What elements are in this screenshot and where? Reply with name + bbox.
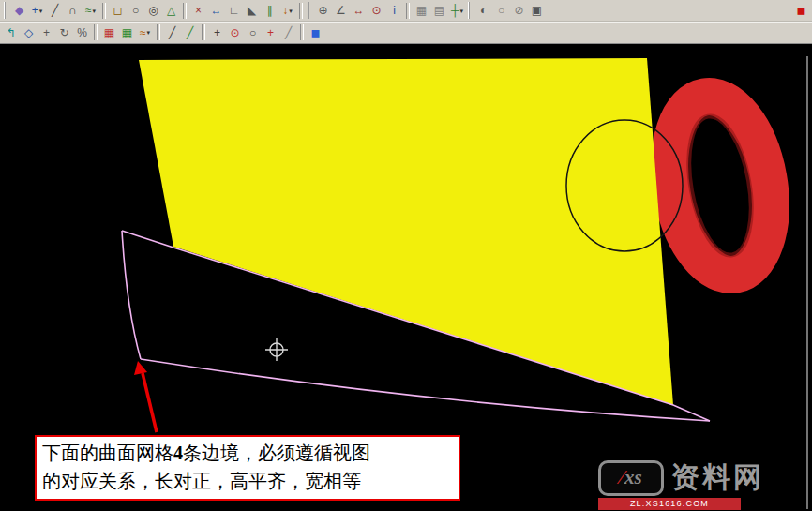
- stop-icon[interactable]: ◼: [792, 2, 810, 20]
- curvature-comb-icon: ≈: [140, 27, 146, 38]
- surface-mesh-green-icon[interactable]: ▦: [118, 23, 136, 41]
- back-icon: ↰: [6, 27, 15, 38]
- line-tool-icon[interactable]: ╱: [163, 23, 181, 41]
- grid-icon: ▦: [416, 5, 427, 16]
- chamfer-icon[interactable]: ◣: [243, 2, 261, 20]
- solid-cube-icon: ◼: [311, 27, 321, 38]
- circle-point-icon[interactable]: ⊙: [226, 23, 244, 41]
- project-curve-icon: ↓: [282, 5, 288, 16]
- point-create-icon[interactable]: +: [262, 23, 279, 41]
- toolbar-separator: [299, 3, 303, 19]
- info-icon: i: [393, 5, 396, 16]
- dropdown-arrow-icon[interactable]: ▾: [147, 29, 151, 36]
- trim-icon[interactable]: ×: [189, 2, 207, 20]
- toolbar-drag-handle[interactable]: [468, 2, 471, 19]
- pan-icon[interactable]: +: [38, 23, 55, 41]
- line-snap-icon[interactable]: ╱: [181, 23, 199, 41]
- dropdown-arrow-icon[interactable]: ▾: [460, 8, 464, 14]
- dropdown-arrow-icon[interactable]: ▾: [289, 8, 293, 14]
- wireframe-view-icon[interactable]: ○: [492, 2, 510, 20]
- circle-icon: ○: [132, 5, 139, 16]
- project-curve-icon[interactable]: ↓▾: [278, 2, 296, 20]
- spline-icon[interactable]: ≈▾: [82, 2, 99, 20]
- face-analysis-icon[interactable]: ▣: [528, 2, 546, 20]
- polygon-icon[interactable]: △: [162, 2, 180, 20]
- pan-icon: +: [43, 27, 50, 38]
- distance-icon[interactable]: ↔: [350, 2, 368, 20]
- surface-mesh-red-icon[interactable]: ▦: [100, 23, 118, 41]
- fillet-icon[interactable]: ∟: [225, 2, 243, 20]
- boundary-top-left-segment[interactable]: [122, 231, 173, 248]
- angle-icon: ∠: [336, 5, 346, 16]
- arc-icon[interactable]: ∩: [64, 2, 82, 20]
- rectangle-icon: ◻: [113, 5, 123, 16]
- grid-icon[interactable]: ▦: [413, 2, 430, 20]
- toolbar-separator: [157, 24, 160, 40]
- shaded-view-icon[interactable]: ◐: [474, 2, 492, 20]
- hidden-line-icon: ⊘: [514, 5, 523, 16]
- ellipse-icon: ◎: [148, 5, 158, 16]
- angle-icon[interactable]: ∠: [332, 2, 350, 20]
- circle-point-icon: ⊙: [230, 27, 239, 38]
- watermark-top: ⁄xs 资料网: [598, 458, 808, 497]
- hidden-line-icon[interactable]: ⊘: [510, 2, 528, 20]
- layer-icon[interactable]: ▤: [430, 2, 448, 20]
- view-cube-icon[interactable]: ◆: [10, 2, 28, 20]
- annotation-box: 下面的曲面网格4条边境，必须遵循视图 的对应关系，长对正，高平齐，宽相等: [35, 435, 460, 501]
- point-icon: +: [32, 5, 38, 16]
- slash-tool-icon: ╱: [285, 27, 292, 38]
- zoom-percent-icon[interactable]: %: [73, 23, 91, 41]
- chamfer-icon: ◣: [248, 5, 256, 16]
- iso-view-icon: ◇: [24, 27, 33, 38]
- toolbar-separator: [202, 24, 205, 40]
- zoom-percent-icon: %: [77, 27, 87, 38]
- toolbar-separator: [300, 24, 304, 40]
- plus-tool-icon[interactable]: +: [208, 23, 226, 41]
- plus-tool-icon: +: [214, 27, 220, 38]
- dropdown-arrow-icon[interactable]: ▾: [93, 8, 97, 14]
- polygon-icon: △: [167, 5, 175, 16]
- solid-cube-icon[interactable]: ◼: [307, 23, 324, 41]
- slash-tool-icon[interactable]: ╱: [279, 23, 297, 41]
- watermark: ⁄xs 资料网 ZL.XS1616.COM: [598, 458, 808, 510]
- spline-icon: ≈: [85, 5, 92, 16]
- watermark-logo-accent: ⁄: [620, 466, 624, 489]
- back-icon[interactable]: ↰: [2, 23, 20, 41]
- toolbar-row-2: ↰◇+↻%▦▦≈▾╱╱+⊙○+╱◼: [0, 22, 812, 43]
- curvature-comb-icon[interactable]: ≈▾: [136, 23, 154, 41]
- dropdown-arrow-icon[interactable]: ▾: [39, 8, 43, 14]
- line-icon: ╱: [52, 5, 58, 16]
- iso-view-icon[interactable]: ◇: [20, 23, 38, 41]
- layer-icon: ▤: [434, 5, 444, 16]
- offset-icon: ∥: [267, 5, 273, 16]
- rectangle-icon[interactable]: ◻: [109, 2, 127, 20]
- boundary-left-curve[interactable]: [122, 231, 141, 359]
- stop-icon: ◼: [797, 5, 806, 16]
- measure-icon[interactable]: ⊕: [314, 2, 332, 20]
- line-icon[interactable]: ╱: [46, 2, 64, 20]
- toolbar-drag-handle[interactable]: [4, 2, 7, 19]
- watermark-logo: ⁄xs: [598, 460, 664, 496]
- toolbar-separator: [102, 3, 106, 19]
- offset-icon[interactable]: ∥: [261, 2, 278, 20]
- info-icon[interactable]: i: [385, 2, 403, 20]
- red-tube-solid[interactable]: [656, 88, 784, 282]
- rotate-view-icon[interactable]: ↻: [55, 23, 73, 41]
- wcs-icon[interactable]: ┼▾: [448, 2, 466, 20]
- circle-icon[interactable]: ○: [127, 2, 144, 20]
- yellow-surface[interactable]: [139, 58, 673, 405]
- ellipse-icon[interactable]: ◎: [144, 2, 162, 20]
- wcs-icon: ┼: [451, 5, 459, 16]
- line-tool-icon: ╱: [169, 27, 175, 38]
- cad-application-window: { "colors": { "toolbar_bg": "#d4d0c8", "…: [0, 0, 812, 511]
- extend-icon: ↔: [211, 5, 222, 16]
- toolbar-row-1: ◆+▾╱∩≈▾◻○◎△×↔∟◣∥↓▾⊕∠↔⊙i▦▤┼▾◐○⊘▣◼: [0, 0, 812, 22]
- point-icon[interactable]: +▾: [28, 2, 46, 20]
- extend-icon[interactable]: ↔: [207, 2, 225, 20]
- toolbar-drag-handle[interactable]: [308, 2, 310, 19]
- watermark-url: ZL.XS1616.COM: [598, 498, 741, 510]
- circle-tool-icon[interactable]: ○: [244, 23, 262, 41]
- radius-icon[interactable]: ⊙: [368, 2, 385, 20]
- wireframe-view-icon: ○: [498, 5, 504, 16]
- toolbar-separator: [94, 24, 98, 40]
